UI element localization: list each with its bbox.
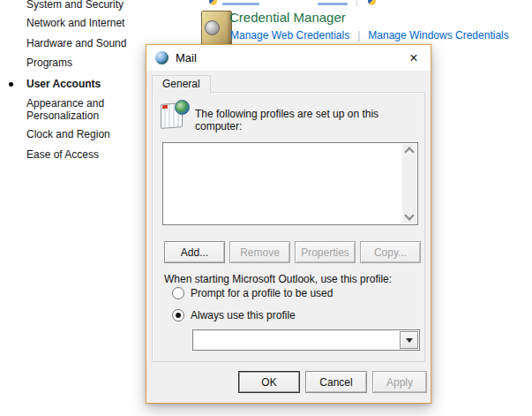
divider xyxy=(356,0,357,6)
uac-shield-icon xyxy=(209,0,217,5)
sidebar-item-hardware-and-sound[interactable]: Hardware and Sound xyxy=(26,37,126,49)
clipped-link-text xyxy=(318,3,348,5)
radio-unselected-icon[interactable] xyxy=(172,287,184,299)
cancel-button[interactable]: Cancel xyxy=(305,371,367,393)
sidebar-item-system-and-security[interactable]: System and Security xyxy=(26,0,124,11)
scroll-down-icon[interactable] xyxy=(404,210,414,220)
radio-always-use-profile[interactable]: Always use this profile xyxy=(172,309,296,321)
combobox-dropdown-button[interactable] xyxy=(400,331,418,349)
sidebar-item-appearance-and-personalization[interactable]: Appearance and Personalization xyxy=(26,97,137,122)
dialog-title: Mail xyxy=(176,51,197,64)
card-red-mark xyxy=(162,105,168,109)
close-button[interactable]: × xyxy=(403,49,424,67)
mail-icon xyxy=(155,51,169,64)
ok-button[interactable]: OK xyxy=(238,371,300,393)
globe-graphic xyxy=(175,100,190,115)
close-icon: × xyxy=(409,51,417,65)
startup-caption: When starting Microsoft Outlook, use thi… xyxy=(164,273,392,285)
control-panel-window: System and Security Network and Internet… xyxy=(0,0,532,416)
clipped-link-text xyxy=(222,3,259,5)
radio-prompt-for-profile[interactable]: Prompt for a profile to be used xyxy=(172,287,333,299)
sidebar-item-clock-and-region[interactable]: Clock and Region xyxy=(26,128,110,140)
credential-manager-title-link[interactable]: Credential Manager xyxy=(229,10,346,25)
copy-button: Copy... xyxy=(360,241,421,263)
sidebar-item-programs[interactable]: Programs xyxy=(26,57,72,69)
profile-combobox[interactable] xyxy=(192,329,420,351)
sidebar-item-ease-of-access[interactable]: Ease of Access xyxy=(26,148,99,161)
remove-button: Remove xyxy=(229,241,290,263)
profiles-listbox[interactable] xyxy=(162,142,418,225)
radio-label: Prompt for a profile to be used xyxy=(191,287,333,299)
listbox-scrollbar[interactable] xyxy=(402,144,416,223)
profiles-icon xyxy=(161,100,191,128)
active-item-bullet xyxy=(9,82,13,87)
credential-manager-links: Manage Web Credentials | Manage Windows … xyxy=(230,29,509,42)
properties-button: Properties xyxy=(295,241,356,263)
radio-selected-icon[interactable] xyxy=(172,309,184,321)
link-separator: | xyxy=(357,29,360,42)
chevron-down-icon xyxy=(406,338,413,343)
safe-dial xyxy=(205,20,220,35)
radio-label: Always use this profile xyxy=(191,309,296,321)
profiles-caption: The following profiles are set up on thi… xyxy=(195,108,417,132)
credential-manager-safe-icon[interactable] xyxy=(201,11,232,45)
sidebar-item-user-accounts[interactable]: User Accounts xyxy=(26,78,101,90)
uac-shield-icon xyxy=(368,0,376,5)
tab-general[interactable]: General xyxy=(152,75,211,94)
scroll-up-icon[interactable] xyxy=(404,147,414,156)
dialog-titlebar[interactable]: Mail × xyxy=(146,45,431,71)
mail-dialog: Mail × General The following profiles ar… xyxy=(146,44,431,404)
manage-web-credentials-link[interactable]: Manage Web Credentials xyxy=(230,29,349,42)
sidebar-item-network-and-internet[interactable]: Network and Internet xyxy=(26,17,124,29)
manage-windows-credentials-link[interactable]: Manage Windows Credentials xyxy=(368,29,508,42)
add-button[interactable]: Add... xyxy=(164,241,225,263)
apply-button: Apply xyxy=(372,371,427,393)
